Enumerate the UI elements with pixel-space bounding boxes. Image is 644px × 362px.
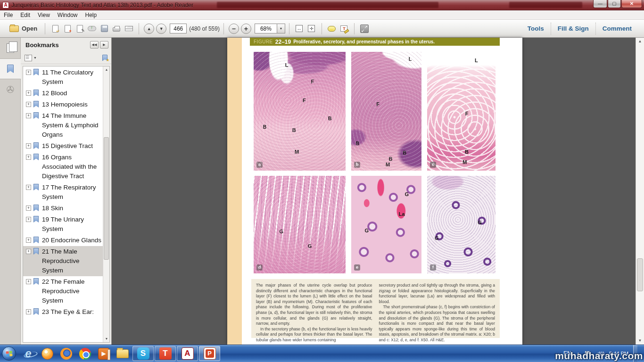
- convert-document-button[interactable]: ✦: [62, 23, 73, 34]
- toolbar-link-tools[interactable]: Tools: [521, 23, 551, 34]
- expand-bookmark-icon[interactable]: +: [26, 113, 31, 118]
- document-scrollbar[interactable]: ▲ ▼: [636, 38, 644, 345]
- document-area[interactable]: FIGURE 22–19 Proliferative, secretory, a…: [112, 38, 636, 345]
- sign-document-button[interactable]: ✎: [74, 23, 85, 34]
- scroll-up-arrow[interactable]: ▲: [636, 38, 644, 45]
- taskbar-clock[interactable]: 5:44 PM: [609, 351, 628, 357]
- internet-explorer[interactable]: e: [19, 346, 38, 362]
- expand-bookmark-icon[interactable]: +: [26, 185, 31, 190]
- sticky-note-button[interactable]: [326, 23, 338, 34]
- windows-explorer[interactable]: [113, 346, 132, 362]
- open-button[interactable]: Open: [6, 24, 41, 33]
- bookmark-item[interactable]: +23 The Eye & Ear:: [23, 306, 103, 318]
- bookmark-item[interactable]: +21 The Male Reproductive System: [23, 246, 103, 276]
- expand-bookmark-icon[interactable]: +: [26, 70, 31, 75]
- menu-item-window[interactable]: Window: [54, 11, 82, 19]
- zoom-out-button[interactable]: −: [229, 24, 239, 34]
- skype[interactable]: S: [132, 346, 154, 361]
- structure-label-g: G: [435, 235, 439, 241]
- expand-bookmark-icon[interactable]: +: [26, 143, 31, 148]
- language-indicator[interactable]: EN: [563, 350, 571, 357]
- media-player[interactable]: ▶: [94, 346, 113, 362]
- bookmark-flag-icon: [33, 278, 39, 285]
- next-page-button[interactable]: ▼: [156, 24, 166, 34]
- collapse-panel-button[interactable]: ◀◀: [90, 41, 99, 49]
- menu-item-help[interactable]: Help: [82, 11, 101, 19]
- bookmark-options-button[interactable]: ▼: [25, 55, 37, 61]
- save-button[interactable]: [99, 23, 110, 34]
- scrollbar-thumb[interactable]: [104, 137, 109, 260]
- firefox[interactable]: [57, 346, 75, 362]
- toolbar-link-fill-sign[interactable]: Fill & Sign: [551, 23, 595, 34]
- expand-bookmark-icon[interactable]: +: [26, 155, 31, 160]
- navigation-pane-strip: ✇: [0, 38, 21, 345]
- structure-label-l: L: [475, 58, 478, 63]
- t-app[interactable]: T: [155, 346, 176, 361]
- scroll-down-arrow[interactable]: ▼: [103, 336, 110, 342]
- fullscreen-button[interactable]: [359, 23, 370, 34]
- bookmark-item[interactable]: +18 Skin: [23, 203, 103, 214]
- bookmark-flag-icon: [33, 205, 39, 211]
- scrollbar-thumb[interactable]: [637, 258, 643, 291]
- expand-bookmark-icon[interactable]: +: [26, 249, 31, 254]
- print-button[interactable]: [111, 23, 122, 34]
- zoom-dropdown-arrow[interactable]: ▼: [277, 24, 285, 33]
- send-online-button[interactable]: ↑: [86, 23, 98, 34]
- zoom-level-combo[interactable]: 68% ▼: [255, 24, 285, 33]
- bookmark-item[interactable]: +19 The Urinary System: [23, 214, 103, 235]
- expand-bookmark-icon[interactable]: +: [26, 217, 31, 222]
- attachments-tab[interactable]: ✇: [0, 79, 21, 100]
- expand-bookmark-icon[interactable]: +: [26, 279, 31, 284]
- expand-bookmark-icon[interactable]: +: [26, 309, 31, 314]
- bookmark-item[interactable]: +20 Endocrine Glands: [23, 235, 103, 246]
- expand-bookmark-icon[interactable]: +: [26, 90, 31, 96]
- volume-speaker-icon[interactable]: ◁))): [595, 351, 604, 357]
- window-title: Junqueiras Basic Histology Text and Atla…: [11, 2, 193, 8]
- expand-bookmark-icon[interactable]: +: [26, 206, 31, 211]
- chrome[interactable]: [75, 346, 94, 362]
- bookmark-item[interactable]: +15 Digestive Tract: [23, 140, 103, 152]
- scroll-up-arrow[interactable]: ▲: [103, 66, 110, 73]
- bookmarks-scrollbar[interactable]: ▲ ▼: [103, 66, 109, 342]
- menu-item-view[interactable]: View: [34, 11, 54, 19]
- page-number-input[interactable]: [170, 24, 187, 33]
- share-document-button[interactable]: ↵: [50, 23, 61, 34]
- start-button[interactable]: [2, 346, 16, 361]
- show-desktop-button[interactable]: [633, 345, 637, 362]
- close-button[interactable]: ✕: [621, 0, 642, 8]
- bookmark-item[interactable]: +16 Organs Associated with the Digestive…: [23, 152, 103, 182]
- show-hidden-icons-arrow[interactable]: ▲: [576, 351, 580, 356]
- bookmark-item[interactable]: +17 The Respiratory System: [23, 182, 103, 203]
- powerpoint[interactable]: P: [199, 346, 220, 361]
- email-button[interactable]: [123, 23, 134, 34]
- toolbar-link-comment[interactable]: Comment: [596, 23, 638, 34]
- menu-item-file[interactable]: File: [0, 11, 17, 19]
- fit-page-button[interactable]: [306, 23, 317, 34]
- adobe-reader[interactable]: A: [177, 346, 198, 361]
- open-folder-icon: [9, 25, 19, 32]
- bookmarks-tab[interactable]: [0, 58, 21, 79]
- bookmark-item[interactable]: +14 The Immune System & Lymphoid Organs: [23, 110, 103, 140]
- expand-bookmark-icon[interactable]: +: [26, 102, 31, 107]
- page-thumbnails-icon: [7, 43, 14, 53]
- bookmark-item[interactable]: +12 Blood: [23, 88, 103, 99]
- page-thumbnails-tab[interactable]: [0, 38, 21, 58]
- new-bookmark-button[interactable]: [102, 55, 107, 61]
- expand-panel-button[interactable]: ▶: [100, 41, 108, 49]
- menu-item-edit[interactable]: Edit: [17, 11, 34, 19]
- previous-page-button[interactable]: ▲: [144, 24, 154, 34]
- zoom-in-button[interactable]: +: [241, 24, 251, 34]
- bookmark-item[interactable]: +13 Hemopoiesis: [23, 99, 103, 110]
- maximize-button[interactable]: ▢: [608, 0, 621, 8]
- expand-bookmark-icon[interactable]: +: [26, 238, 31, 243]
- minimize-button[interactable]: —: [593, 0, 607, 8]
- bookmark-item[interactable]: +11 The Circulatory System: [23, 67, 103, 88]
- fit-width-button[interactable]: [294, 23, 305, 34]
- scroll-down-arrow[interactable]: ▼: [636, 337, 644, 345]
- email-icon: [125, 26, 133, 31]
- gom-player[interactable]: [38, 346, 57, 362]
- panel-letter-badge: e: [354, 264, 360, 271]
- bookmark-item[interactable]: +22 The Female Reproductive System: [23, 276, 103, 306]
- highlight-text-button[interactable]: T: [339, 23, 350, 34]
- action-center-flag-icon[interactable]: [585, 351, 591, 356]
